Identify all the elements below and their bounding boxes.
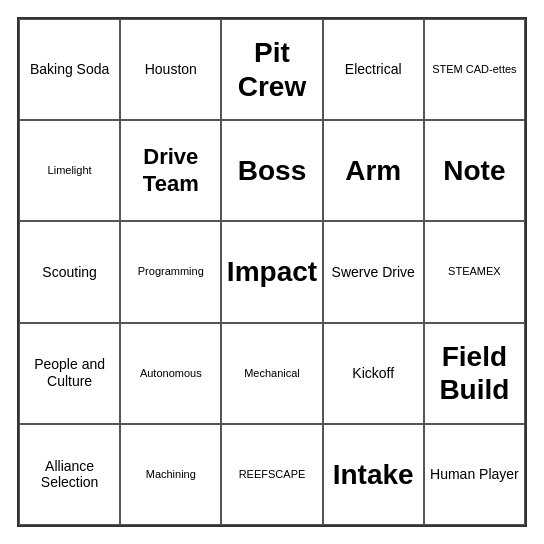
- bingo-cell: Human Player: [424, 424, 525, 525]
- cell-text: Mechanical: [226, 367, 317, 380]
- cell-text: People and Culture: [24, 356, 115, 390]
- cell-text: STEM CAD-ettes: [429, 63, 520, 76]
- bingo-cell: STEAMEX: [424, 221, 525, 322]
- bingo-cell: People and Culture: [19, 323, 120, 424]
- cell-text: Impact: [226, 255, 317, 289]
- cell-text: Field Build: [429, 340, 520, 407]
- cell-text: Electrical: [328, 61, 419, 78]
- cell-text: Scouting: [24, 264, 115, 281]
- bingo-cell: Baking Soda: [19, 19, 120, 120]
- cell-text: Drive Team: [125, 144, 216, 197]
- bingo-cell: Field Build: [424, 323, 525, 424]
- cell-text: Pit Crew: [226, 36, 317, 103]
- bingo-cell: Electrical: [323, 19, 424, 120]
- cell-text: Human Player: [429, 466, 520, 483]
- cell-text: Autonomous: [125, 367, 216, 380]
- cell-text: REEFSCAPE: [226, 468, 317, 481]
- bingo-cell: Drive Team: [120, 120, 221, 221]
- cell-text: Limelight: [24, 164, 115, 177]
- bingo-cell: Houston: [120, 19, 221, 120]
- bingo-card: Baking SodaHoustonPit CrewElectricalSTEM…: [17, 17, 527, 527]
- bingo-cell: Scouting: [19, 221, 120, 322]
- bingo-cell: Swerve Drive: [323, 221, 424, 322]
- bingo-cell: Pit Crew: [221, 19, 322, 120]
- bingo-cell: STEM CAD-ettes: [424, 19, 525, 120]
- bingo-cell: Note: [424, 120, 525, 221]
- bingo-cell: Alliance Selection: [19, 424, 120, 525]
- bingo-cell: Intake: [323, 424, 424, 525]
- cell-text: Boss: [226, 154, 317, 188]
- cell-text: Alliance Selection: [24, 458, 115, 492]
- cell-text: STEAMEX: [429, 265, 520, 278]
- cell-text: Programming: [125, 265, 216, 278]
- cell-text: Baking Soda: [24, 61, 115, 78]
- bingo-cell: REEFSCAPE: [221, 424, 322, 525]
- cell-text: Swerve Drive: [328, 264, 419, 281]
- bingo-cell: Programming: [120, 221, 221, 322]
- bingo-cell: Autonomous: [120, 323, 221, 424]
- cell-text: Machining: [125, 468, 216, 481]
- cell-text: Houston: [125, 61, 216, 78]
- cell-text: Note: [429, 154, 520, 188]
- bingo-cell: Boss: [221, 120, 322, 221]
- bingo-cell: Mechanical: [221, 323, 322, 424]
- cell-text: Intake: [328, 458, 419, 492]
- bingo-cell: Kickoff: [323, 323, 424, 424]
- bingo-cell: Machining: [120, 424, 221, 525]
- bingo-cell: Arm: [323, 120, 424, 221]
- cell-text: Kickoff: [328, 365, 419, 382]
- bingo-cell: Impact: [221, 221, 322, 322]
- bingo-cell: Limelight: [19, 120, 120, 221]
- cell-text: Arm: [328, 154, 419, 188]
